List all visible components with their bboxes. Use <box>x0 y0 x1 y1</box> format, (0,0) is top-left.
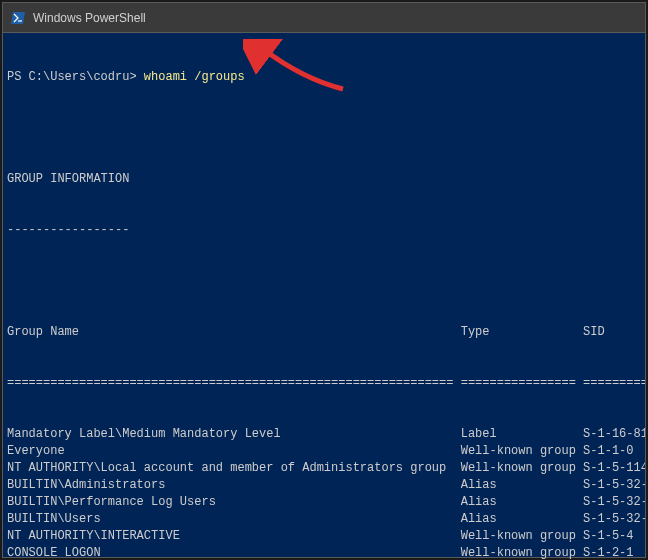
titlebar[interactable]: Windows PowerShell <box>3 3 645 33</box>
blank-line <box>7 273 641 290</box>
powershell-icon <box>11 10 27 26</box>
table-row: NT AUTHORITY\INTERACTIVE Well-known grou… <box>7 528 641 545</box>
table-row: BUILTIN\Performance Log Users Alias S-1-… <box>7 494 641 511</box>
section-header: GROUP INFORMATION <box>7 171 641 188</box>
prompt-path: PS C:\Users\codru> <box>7 70 137 84</box>
section-underline: ----------------- <box>7 222 641 239</box>
window-title: Windows PowerShell <box>33 11 146 25</box>
powershell-window: Windows PowerShell PS C:\Users\codru> wh… <box>2 2 646 558</box>
terminal-output[interactable]: PS C:\Users\codru> whoami /groups GROUP … <box>3 33 645 560</box>
prompt-command: whoami /groups <box>144 70 245 84</box>
blank-line <box>7 120 641 137</box>
table-row: NT AUTHORITY\Local account and member of… <box>7 460 641 477</box>
table-row: Mandatory Label\Medium Mandatory Level L… <box>7 426 641 443</box>
header-divider: ========================================… <box>7 375 641 392</box>
table-row: BUILTIN\Administrators Alias S-1-5-32-54… <box>7 477 641 494</box>
table-rows: Mandatory Label\Medium Mandatory Level L… <box>7 426 641 560</box>
table-row: CONSOLE LOGON Well-known group S-1-2-1 <box>7 545 641 560</box>
table-row: BUILTIN\Users Alias S-1-5-32-545 <box>7 511 641 528</box>
table-row: Everyone Well-known group S-1-1-0 <box>7 443 641 460</box>
columns-header: Group Name Type SID <box>7 324 641 341</box>
prompt-line-1: PS C:\Users\codru> whoami /groups <box>7 69 641 86</box>
